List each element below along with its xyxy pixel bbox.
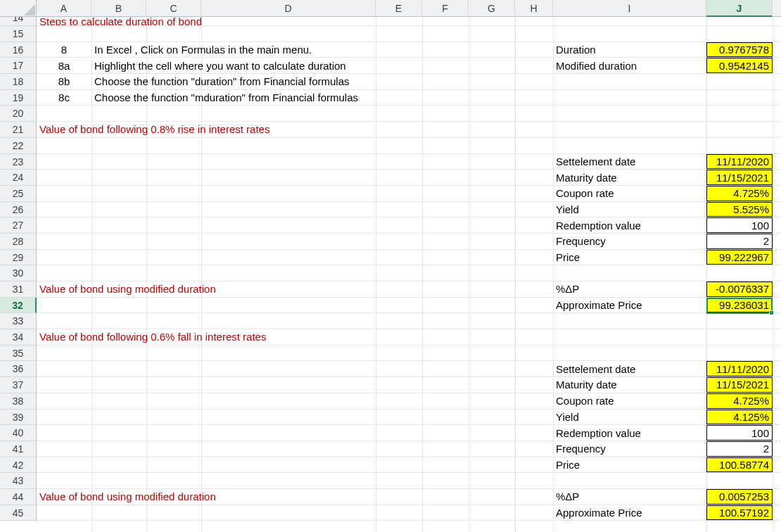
cell-B19[interactable]: Choose the function "mduration" from Fin… (91, 90, 146, 106)
cell-J23[interactable]: 11/11/2020 (706, 154, 773, 170)
col-head-D[interactable]: D (201, 0, 376, 17)
cell-J45[interactable]: 100.57192 (706, 505, 773, 521)
row-head-22[interactable]: 22 (0, 138, 37, 154)
cell-A31[interactable]: Value of bond using modified duration (37, 281, 91, 297)
col-head-I[interactable]: I (553, 0, 706, 17)
row-head-23[interactable]: 23 (0, 154, 37, 170)
cell-I24[interactable]: Maturity date (553, 170, 706, 185)
cell-J37[interactable]: 11/15/2021 (706, 377, 773, 393)
cell-A18[interactable]: 8b (37, 74, 91, 89)
cell-I25[interactable]: Coupon rate (553, 186, 706, 201)
cell-I29[interactable]: Price (553, 250, 706, 265)
cell-I38[interactable]: Coupon rate (553, 393, 706, 409)
row-33 (37, 313, 781, 329)
cell-I23[interactable]: Settelement date (553, 154, 706, 170)
row-head-31[interactable]: 31 (0, 281, 37, 298)
row-head-24[interactable]: 24 (0, 170, 37, 186)
cell-I31[interactable]: %ΔP (553, 281, 706, 297)
row-head-17[interactable]: 17 (0, 58, 37, 74)
cell-J42[interactable]: 100.58774 (706, 457, 773, 473)
row-head-25[interactable]: 25 (0, 186, 37, 202)
row-head-28[interactable]: 28 (0, 234, 37, 250)
row-head-18[interactable]: 18 (0, 74, 37, 90)
cell-I37[interactable]: Maturity date (553, 377, 706, 393)
col-head-C[interactable]: C (146, 0, 201, 17)
cell-I27[interactable]: Redemption value (553, 217, 706, 233)
row-head-45[interactable]: 45 (0, 505, 37, 521)
row-17: 8a Highlight the cell where you want to … (37, 58, 781, 74)
row-head-42[interactable]: 42 (0, 457, 37, 474)
row-head-32[interactable]: 32 (0, 298, 37, 314)
row-head-21[interactable]: 21 (0, 122, 37, 138)
row-head-16[interactable]: 16 (0, 42, 37, 58)
cell-B18[interactable]: Choose the function "duration" from Fina… (91, 74, 146, 89)
row-head-35[interactable]: 35 (0, 346, 37, 362)
cell-J32[interactable]: 99.236031 (706, 298, 773, 313)
cell-A21[interactable]: Value of bond following 0.8% rise in int… (37, 122, 91, 137)
col-head-H[interactable]: H (515, 0, 553, 17)
cell-J29[interactable]: 99.222967 (706, 250, 773, 265)
cell-I32[interactable]: Approximate Price (553, 298, 706, 313)
row-head-37[interactable]: 37 (0, 377, 37, 393)
cell-A44[interactable]: Value of bond using modified duration (37, 489, 91, 505)
col-head-F[interactable]: F (422, 0, 469, 17)
select-all-corner[interactable] (0, 0, 37, 17)
cell-A16[interactable]: 8 (37, 42, 91, 58)
cell-I45[interactable]: Approximate Price (553, 505, 706, 521)
cell-J36[interactable]: 11/11/2020 (706, 361, 773, 376)
cell-J25[interactable]: 4.725% (706, 186, 773, 201)
grid-body[interactable]: Steps to calculate duration of bond 8 In… (37, 17, 781, 532)
cell-J39[interactable]: 4.125% (706, 410, 773, 425)
cell-I40[interactable]: Redemption value (553, 425, 706, 441)
cell-J44[interactable]: 0.0057253 (706, 489, 773, 505)
col-head-B[interactable]: B (91, 0, 146, 17)
cell-I16[interactable]: Duration (553, 42, 706, 58)
row-head-26[interactable]: 26 (0, 202, 37, 218)
cell-I28[interactable]: Frequency (553, 234, 706, 249)
row-head-44[interactable]: 44 (0, 489, 37, 505)
cell-I17[interactable]: Modified duration (553, 58, 706, 73)
col-head-E[interactable]: E (376, 0, 422, 17)
cell-B17[interactable]: Highlight the cell where you want to cal… (91, 58, 146, 73)
cell-I26[interactable]: Yield (553, 202, 706, 217)
cell-J17[interactable]: 0.9542145 (706, 58, 773, 73)
cell-J28[interactable]: 2 (706, 234, 773, 249)
cell-J26[interactable]: 5.525% (706, 202, 773, 217)
cell-I41[interactable]: Frequency (553, 441, 706, 457)
cell-J41[interactable]: 2 (706, 441, 773, 457)
row-head-40[interactable]: 40 (0, 425, 37, 441)
row-head-27[interactable]: 27 (0, 217, 37, 234)
row-head-38[interactable]: 38 (0, 393, 37, 410)
cell-J31[interactable]: -0.0076337 (706, 281, 773, 297)
cell-A34[interactable]: Value of bond following 0.6% fall in int… (37, 329, 91, 345)
cell-J27[interactable]: 100 (706, 217, 773, 233)
col-head-A[interactable]: A (37, 0, 91, 17)
row-head-29[interactable]: 29 (0, 250, 37, 266)
col-head-K[interactable] (773, 0, 781, 17)
row-head-20[interactable]: 20 (0, 106, 37, 122)
cell-A14[interactable]: Steps to calculate duration of bond (37, 17, 91, 25)
cell-A19[interactable]: 8c (37, 90, 91, 106)
row-head-36[interactable]: 36 (0, 361, 37, 377)
cell-J16[interactable]: 0.9767578 (706, 42, 773, 58)
cell-I36[interactable]: Settelement date (553, 361, 706, 376)
row-head-43[interactable]: 43 (0, 473, 37, 489)
row-head-41[interactable]: 41 (0, 441, 37, 457)
row-head-33[interactable]: 33 (0, 313, 37, 329)
cell-A17[interactable]: 8a (37, 58, 91, 73)
cell-I39[interactable]: Yield (553, 410, 706, 425)
row-head-14[interactable]: 14 (0, 17, 37, 26)
cell-J24[interactable]: 11/15/2021 (706, 170, 773, 185)
row-head-34[interactable]: 34 (0, 329, 37, 346)
cell-J40[interactable]: 100 (706, 425, 773, 441)
row-head-19[interactable]: 19 (0, 90, 37, 106)
cell-I42[interactable]: Price (553, 457, 706, 473)
cell-I44[interactable]: %ΔP (553, 489, 706, 505)
row-head-15[interactable]: 15 (0, 26, 37, 42)
row-head-39[interactable]: 39 (0, 410, 37, 426)
row-head-30[interactable]: 30 (0, 265, 37, 281)
cell-B16[interactable]: In Excel , Click on Formulas in the main… (91, 42, 146, 58)
col-head-G[interactable]: G (469, 0, 515, 17)
cell-J38[interactable]: 4.725% (706, 393, 773, 409)
col-head-J[interactable]: J (706, 0, 773, 17)
